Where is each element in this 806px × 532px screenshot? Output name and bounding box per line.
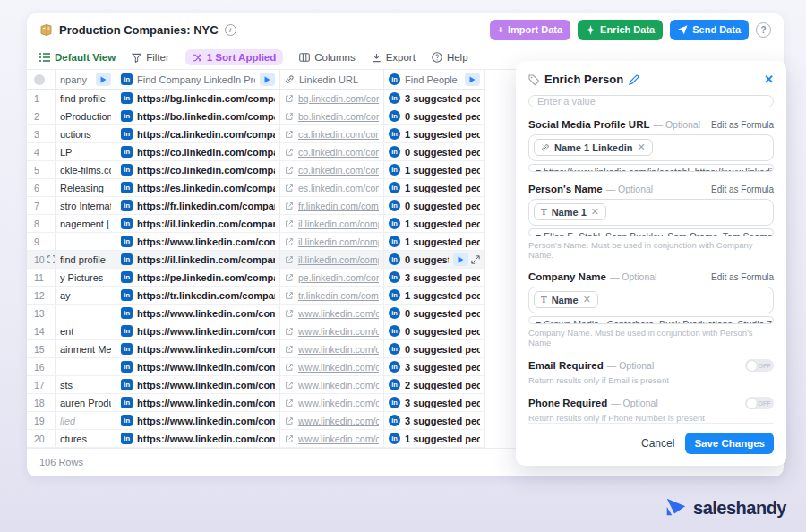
cell-linkedin-url[interactable]: es.linkedin.com/compa... xyxy=(280,179,384,196)
table-row[interactable]: 20 ctures in https://www.linkedin.com/co… xyxy=(27,430,485,448)
play-icon[interactable] xyxy=(453,253,468,266)
cell-company[interactable]: ay xyxy=(56,287,116,304)
cell-linkedin-profile[interactable]: in https://il.linkedin.com/company/keshe… xyxy=(116,251,280,268)
cell-find-people[interactable]: in 3 suggested people xyxy=(384,394,485,411)
table-row[interactable]: 13 in https://www.linkedin.com/company/3… xyxy=(27,305,485,322)
table-row[interactable]: 5 ckle-films.com in https://co.linkedin.… xyxy=(27,161,485,179)
cell-find-people[interactable]: in 1 suggested people xyxy=(384,161,485,178)
row-number-cell[interactable]: 5 xyxy=(27,161,56,178)
row-number-cell[interactable]: 18 xyxy=(27,394,56,411)
table-row[interactable]: 10 find profile in https://il.linkedin.c… xyxy=(27,251,485,269)
cell-linkedin-profile[interactable]: in https://www.linkedin.com/company/aol xyxy=(116,412,280,429)
cell-company[interactable]: stro Internatio xyxy=(56,197,116,214)
cell-linkedin-profile[interactable]: in https://bg.linkedin.com/company/hallm… xyxy=(116,90,280,107)
expand-cell-icon[interactable] xyxy=(471,255,480,264)
phone-required-toggle[interactable]: OFF xyxy=(745,397,774,409)
cell-find-people[interactable]: in 3 suggested people xyxy=(384,412,485,429)
row-number-cell[interactable]: 19 xyxy=(27,412,56,429)
cell-linkedin-url[interactable]: www.linkedin.com/com... xyxy=(280,430,384,447)
cell-find-people[interactable]: in 3 suggested people xyxy=(384,90,485,107)
save-changes-button[interactable]: Save Changes xyxy=(685,433,774,454)
table-row[interactable]: 7 stro Internatio in https://fr.linkedin… xyxy=(27,197,485,215)
cell-find-people[interactable]: in 1 suggested people xyxy=(384,125,485,142)
table-row[interactable]: 9 in https://www.linkedin.com/company/rs… xyxy=(27,233,485,251)
cell-linkedin-url[interactable]: ca.linkedin.com/compa... xyxy=(280,125,384,142)
cell-find-people[interactable]: in 0 suggested people xyxy=(384,305,485,322)
cell-linkedin-profile[interactable]: in https://pe.linkedin.com/company/deadl… xyxy=(116,269,280,286)
company-name-chip[interactable]: T Name ✕ xyxy=(534,291,598,308)
cell-find-people[interactable]: in 2 suggested people xyxy=(384,376,485,393)
column-header-linkedin-url[interactable]: Linkedin URL xyxy=(280,70,384,89)
cell-linkedin-url[interactable]: tr.linkedin.com/compan... xyxy=(280,287,384,304)
cell-find-people[interactable]: in 0 suggested people xyxy=(384,322,485,339)
close-icon[interactable]: ✕ xyxy=(764,73,774,85)
column-header-company[interactable]: npany xyxy=(56,70,116,89)
row-number-cell[interactable]: 13 xyxy=(27,305,56,322)
cell-linkedin-url[interactable]: www.linkedin.com/com... xyxy=(280,412,384,429)
remove-chip-icon[interactable]: ✕ xyxy=(583,294,591,305)
cell-company[interactable]: oProductions xyxy=(56,107,116,124)
cell-find-people[interactable]: in 1 suggested people xyxy=(384,179,485,196)
table-row[interactable]: 1 find profile in https://bg.linkedin.co… xyxy=(27,90,485,107)
cell-company[interactable]: uctions xyxy=(56,125,116,142)
cell-linkedin-profile[interactable]: in https://bo.linkedin.com/company/cente… xyxy=(116,107,280,124)
import-data-button[interactable]: + Import Data xyxy=(490,20,571,40)
cell-linkedin-url[interactable]: co.linkedin.com/compa... xyxy=(280,161,384,178)
cancel-button[interactable]: Cancel xyxy=(641,437,674,450)
email-required-toggle[interactable]: OFF xyxy=(745,359,774,372)
cell-company[interactable]: ent xyxy=(56,322,116,339)
table-row[interactable]: 11 y Pictures in https://pe.linkedin.com… xyxy=(27,269,485,287)
cell-company[interactable]: Releasing xyxy=(56,179,116,196)
enrich-data-button[interactable]: Enrich Data xyxy=(578,20,663,40)
cell-linkedin-url[interactable]: www.linkedin.com/com... xyxy=(280,376,384,393)
cell-linkedin-profile[interactable]: in https://www.linkedin.com/company/acec xyxy=(116,322,280,339)
cell-find-people[interactable]: in 0 suggested people xyxy=(384,107,485,124)
remove-chip-icon[interactable]: ✕ xyxy=(591,206,599,218)
cell-linkedin-profile[interactable]: in https://il.linkedin.com/company/creat… xyxy=(116,215,280,232)
select-all-cell[interactable] xyxy=(27,70,56,89)
table-row[interactable]: 8 nagement | Ar in https://il.linkedin.c… xyxy=(27,215,485,233)
cell-linkedin-url[interactable]: www.linkedin.com/com... xyxy=(280,358,384,375)
cell-find-people[interactable]: in 1 suggested people xyxy=(384,287,485,304)
cell-find-people[interactable]: in 1 suggested people xyxy=(384,233,485,250)
table-row[interactable]: 16 in https://www.linkedin.com/company/a… xyxy=(27,358,485,376)
cell-linkedin-url[interactable]: www.linkedin.com/com... xyxy=(280,322,384,339)
sort-applied-button[interactable]: 1 Sort Applied xyxy=(185,49,284,65)
cell-company[interactable]: y Pictures xyxy=(56,269,116,286)
cell-linkedin-url[interactable]: www.linkedin.com/com... xyxy=(280,394,384,411)
row-number-cell[interactable]: 7 xyxy=(27,197,56,214)
table-row[interactable]: 6 Releasing in https://es.linkedin.com/c… xyxy=(27,179,485,197)
table-row[interactable]: 18 auren Producti in https://www.linkedi… xyxy=(27,394,485,412)
cell-linkedin-profile[interactable]: in https://fr.linkedin.com/company/sti-e… xyxy=(116,197,280,214)
row-number-cell[interactable]: 9 xyxy=(27,233,56,250)
cell-linkedin-url[interactable]: bo.linkedin.com/compa... xyxy=(280,107,384,124)
expand-row-icon[interactable] xyxy=(47,255,56,263)
default-view-button[interactable]: Default View xyxy=(39,52,116,63)
remove-chip-icon[interactable]: ✕ xyxy=(637,142,645,153)
cell-linkedin-url[interactable]: pe.linkedin.com/compa... xyxy=(280,269,384,286)
cell-find-people[interactable]: in 3 suggested people xyxy=(384,269,485,286)
run-column-play-icon[interactable] xyxy=(465,73,480,86)
row-number-cell[interactable]: 1 xyxy=(27,90,56,107)
send-data-button[interactable]: Send Data xyxy=(670,20,749,40)
cell-linkedin-url[interactable]: il.linkedin.com/compan... xyxy=(280,215,384,232)
column-header-linkedin-profile[interactable]: in Find Company LinkedIn Profile xyxy=(116,70,280,89)
row-number-cell[interactable]: 11 xyxy=(27,269,56,286)
row-number-cell[interactable]: 2 xyxy=(27,107,56,124)
table-row[interactable]: 2 oProductions in https://bo.linkedin.co… xyxy=(27,107,485,125)
social-url-chip[interactable]: Name 1 Linkedin ✕ xyxy=(534,139,653,156)
cell-linkedin-profile[interactable]: in https://www.linkedin.com/company/rsa- xyxy=(116,233,280,250)
run-column-play-icon[interactable] xyxy=(96,73,111,86)
cell-linkedin-url[interactable]: co.linkedin.com/compa... xyxy=(280,143,384,160)
persons-name-field[interactable]: T Name 1 ✕ xyxy=(528,199,774,226)
table-row[interactable]: 4 LP in https://co.linkedin.com/company/… xyxy=(27,143,485,161)
cell-linkedin-url[interactable]: il.linkedin.com/compan... xyxy=(280,233,384,250)
cell-company[interactable]: lled xyxy=(56,412,116,429)
row-number-cell[interactable]: 14 xyxy=(27,322,56,339)
row-number-cell[interactable]: 17 xyxy=(27,376,56,393)
export-button[interactable]: Export xyxy=(372,52,416,63)
cell-linkedin-profile[interactable]: in https://tr.linkedin.com/company/arche… xyxy=(116,287,280,304)
edit-as-formula-link[interactable]: Edit as Formula xyxy=(711,184,774,194)
edit-pencil-icon[interactable] xyxy=(629,74,639,85)
row-number-cell[interactable]: 10 xyxy=(27,251,56,268)
